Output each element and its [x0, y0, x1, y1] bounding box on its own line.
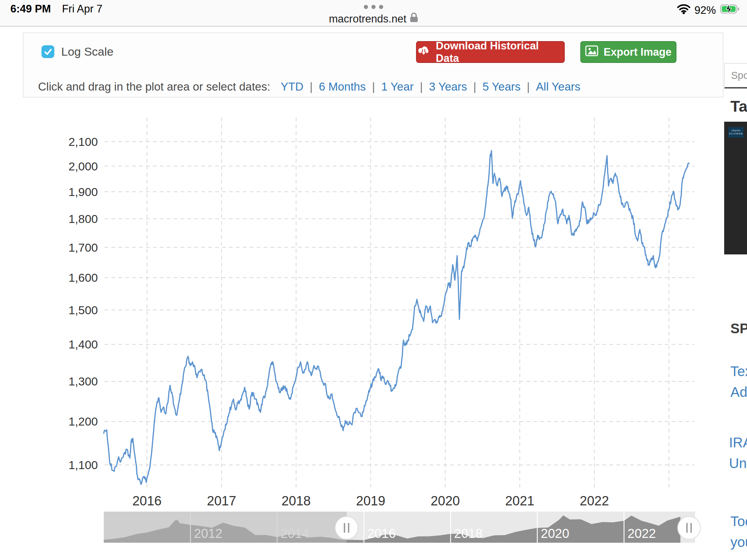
navigator-year-label: 2018	[454, 526, 482, 541]
navigator-handle-right[interactable]	[677, 516, 700, 539]
navigator-handle-left[interactable]	[335, 516, 358, 539]
price-line-series[interactable]	[104, 151, 689, 485]
y-axis-label: 1,100	[68, 458, 98, 472]
sidebar-link-3-line-2[interactable]: you	[730, 534, 747, 550]
x-axis-label: 2017	[207, 494, 236, 508]
sponsored-tab-label: Spon	[731, 70, 747, 81]
sidebar-link-1-line-2[interactable]: Ad	[730, 384, 747, 400]
ipad-safari-screen: 6:49 PM Fri Apr 7 macrotrends.net 92%	[0, 0, 747, 560]
navigator-year-label: 2020	[541, 526, 569, 541]
x-axis-label: 2022	[580, 494, 609, 508]
y-axis-label: 2,000	[68, 160, 98, 173]
x-axis-label: 2018	[282, 494, 311, 508]
x-axis-label: 2021	[505, 494, 535, 508]
x-axis-label: 2020	[431, 494, 460, 508]
handle-grip-icon	[686, 523, 688, 533]
y-axis-label: 1,500	[68, 304, 98, 317]
advertiser-logo-line1: charles	[728, 129, 744, 132]
sidebar-link-3-line-1[interactable]: Too	[730, 514, 747, 529]
handle-grip-icon	[690, 523, 692, 533]
sidebar-link-1-line-1[interactable]: Tex	[730, 364, 747, 379]
sidebar-sponsored-tab[interactable]: Spon	[724, 63, 747, 88]
navigator-unselected-mask	[104, 512, 347, 543]
y-axis-label: 2,100	[68, 135, 98, 148]
sidebar-headline: Ta	[730, 97, 747, 115]
y-axis-label: 1,300	[68, 375, 98, 388]
price-chart[interactable]: 2,1002,0001,9001,8001,7001,6001,5001,400…	[0, 0, 747, 560]
sidebar-ad-image[interactable]: charles SCHWAB	[724, 122, 747, 254]
sidebar-link-2-line-2[interactable]: Un	[729, 456, 747, 471]
y-axis-label: 1,400	[68, 338, 98, 351]
y-axis-label: 1,700	[68, 241, 98, 254]
y-axis-label: 1,800	[68, 212, 98, 225]
y-axis-label: 1,900	[68, 185, 98, 198]
advertiser-logo: charles SCHWAB	[728, 127, 744, 138]
navigator-year-label: 2016	[367, 526, 396, 541]
handle-grip-icon	[348, 523, 349, 533]
x-axis-label: 2016	[132, 494, 162, 508]
sidebar-link-2-line-1[interactable]: IRA	[729, 435, 747, 450]
sidebar-section-heading: SP	[730, 321, 747, 336]
y-axis-label: 1,600	[68, 271, 98, 284]
y-axis-label: 1,200	[68, 415, 98, 428]
navigator-year-label: 2022	[627, 526, 656, 541]
x-axis-label: 2019	[356, 494, 386, 508]
advertiser-logo-line2: SCHWAB	[728, 132, 744, 136]
handle-grip-icon	[344, 523, 345, 533]
